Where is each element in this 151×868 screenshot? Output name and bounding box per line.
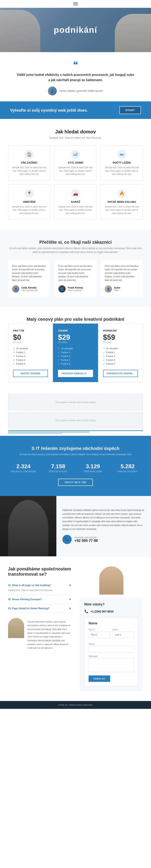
pricing-btn-1[interactable]: Načíst zdarma [13,370,48,377]
blue-line-1 [8,430,143,431]
feature-card-4: 📍 UMÍSTĚNÍ Sample text. Click to select … [8,185,50,220]
stats-section: S IT řešením zvyšujeme obchodní úspěch U… [0,436,151,496]
quote-mark: ❝ [16,60,135,70]
form-phone-input[interactable] [89,646,134,652]
stat-number-3: 3.129 [78,463,108,470]
pricing-features-2: 15 uživatelů Funkce 1 Funkce 2 Funkce 3 … [58,347,93,366]
pricing-card-1: Pro tým $0 Za měsíc 15 uživatelů Funkce … [8,323,53,382]
form-name-row: First 1 Last 1 [89,628,134,641]
pricing-feature-1-3: Funkce 2 [13,354,48,358]
pricing-btn-2[interactable]: Proceed Annually → [58,370,93,377]
cta-banner-text: Vytvořte si svůj vysněný web ještě dnes. [10,107,88,113]
cta-start-button[interactable]: START [119,106,141,114]
feature-title-2: STYL DOMŮ [58,161,93,164]
faq-person-image [8,618,24,638]
blue-line-3 [8,433,62,434]
testimonial-author-1: 👤 Celia Almeda CEO společnosti [12,285,46,292]
pricing-period-1: Za měsíc [13,341,48,343]
hero-section: podnikání [0,8,151,52]
feature-text-3: Sample text. Click to select the text bo… [104,166,139,176]
testimonial-avatar-2: 👤 [58,285,66,292]
feature-card-2: 🛋 STYL DOMŮ Sample text. Click to select… [54,145,97,181]
it-text: Zabliovine součásné základní pámou becen… [62,508,145,531]
it-phone-info: Zavolejte nám kdykoliv +92 555 77 88 [74,536,98,543]
pricing-period-3: Za měsíc [103,341,138,343]
pricing-feature-3-3: Funkce 2 [103,354,138,358]
pricing-feature-2-5: Funkce 4 [58,362,93,366]
form-message-label: Message [89,655,134,657]
feature-card-3: 🛏 POČTY LŮŽEK Sample text. Click to sele… [101,145,143,181]
phone-icon: 📞 [62,535,72,544]
hamburger-menu-icon[interactable] [73,2,78,5]
it-person-image [8,500,48,556]
testimonial-role-3: Role [114,289,120,291]
pricing-btn-3[interactable]: Pokračujte ročně... [103,370,138,377]
it-image [0,496,56,556]
it-phone-number: +92 555 77 88 [74,539,98,543]
hero-person-left-image [0,10,40,52]
feature-card-5: 🚗 GARÁŽ Sample text. Click to select the… [54,185,97,220]
pricing-plan-1: Pro tým [13,329,48,332]
contact-title: Máte otázky? [84,602,138,606]
pricing-card-2: Osobní $29 Za měsíc 15 uživatelů Funkce … [53,323,98,382]
blue-line-2 [8,432,89,432]
feature-icon-1: 🏠 [25,150,34,159]
faq-question-3[interactable]: 03. Page Ahead for Home Planning? ▼ [8,607,71,610]
edit-placeholder-text-1: Click again or double click to start edi… [55,401,95,403]
form-last-input[interactable] [113,631,134,638]
pricing-feature-1-4: Funkce 3 [13,358,48,362]
pricing-features-1: 15 uživatelů Funkce 1 Funkce 2 Funkce 3 … [13,347,48,366]
testimonial-author-info-1: Celia Almeda CEO společnosti [21,286,38,291]
footer-text: Urobte sve. Všechna práva vyhrazena. [58,704,93,706]
pricing-period-2: Za měsíc [58,341,93,343]
testimonial-name-2: Frank Kinney [68,286,83,289]
pricing-feature-1-1: 15 uživatelů [13,347,48,350]
testimonials-grid: Proin sed libero enim sed faucibus turpi… [8,260,143,297]
cta-banner: Vytvořte si svůj vysněný web ještě dnes.… [0,101,151,119]
stat-label-3: PRACOVNÍ DOBA [78,470,108,473]
feature-icon-4: 📍 [25,189,34,198]
faq-question-1[interactable]: 01. What is off page no Site building? ▼ [8,584,71,587]
contact-phone-number: +1 (234) 567-8910 [90,610,114,613]
hero-title: podnikání [54,25,97,35]
stat-number-4: 5.282 [112,463,143,470]
form-message-group: Message [89,655,134,673]
testimonial-name-1: Celia Almeda [21,286,38,289]
pricing-feature-1-5: Funkce 4 [13,362,48,366]
stat-number-1: 2.324 [8,463,39,470]
stat-label-2: ŠŤASTNÍ KLIENTI [43,470,74,473]
testimonials-subtitle: Ut enim ad minim veniam, quis nostrud ex… [8,246,143,254]
form-first-input[interactable] [89,631,110,638]
faq-question-text-1: 01. What is off page no Site building? [8,584,51,587]
edit-placeholder-1[interactable]: Click again or double click to start edi… [8,394,143,410]
edit-placeholder-2[interactable]: Click again or double click to start edi… [8,412,143,428]
feature-text-4: Sample text. Click to select the text bo… [12,205,47,215]
testimonials-section: Přečtěte si, co říkají naši zákazníci Ut… [0,229,151,306]
feature-card-1: 🏠 VŠE ZAČÍNÁ! Sample text. Click to sele… [8,145,50,181]
faq-item-2: 02. House Painting Example? ▼ [8,595,71,604]
feature-text-6: Sample text. Click to select the text bo… [104,205,139,215]
it-phone: 📞 Zavolejte nám kdykoliv +92 555 77 88 [62,535,145,544]
feature-icon-5: 🚗 [71,189,80,198]
feature-title-5: GARÁŽ [58,200,93,204]
how-section-subtitle: Sample text. Click to select the Text El… [8,136,143,139]
faq-question-2[interactable]: 02. House Painting Example? ▼ [8,598,71,601]
faq-left: Jak pomáháme společnostem transformovat … [8,566,71,650]
form-message-textarea[interactable] [89,658,134,672]
testimonial-card-1: Proin sed libero enim sed faucibus turpi… [8,260,50,297]
form-submit-button[interactable]: ODESLAT [89,676,110,682]
faq-item-3: 03. Page Ahead for Home Planning? ▼ [8,604,71,613]
stat-item-3: 3.129 PRACOVNÍ DOBA [78,463,108,473]
pricing-plan-2: Osobní [58,329,93,332]
it-content: Zabliovine součásné základní pámou becen… [56,496,151,556]
testimonials-title: Přečtěte si, co říkají naši zákazníci [8,240,143,245]
feature-icon-3: 🛏 [117,150,126,159]
testimonial-card-3: Proin sed libero enim sed faucibus turpi… [101,260,143,297]
pricing-price-3: $59 [103,334,138,341]
quote-author-name: James Hawkes, generální ředitel operací [59,90,103,92]
form-phone-label: Phone [89,643,134,645]
chevron-down-icon-3: ▼ [69,607,71,610]
pricing-price-2: $29 [58,334,93,341]
stats-cta-button[interactable]: VRÁTIT SE K VŠE [58,479,93,486]
pricing-card-3: podnikání $59 Za měsíc 15 uživatelů Funk… [98,323,143,382]
